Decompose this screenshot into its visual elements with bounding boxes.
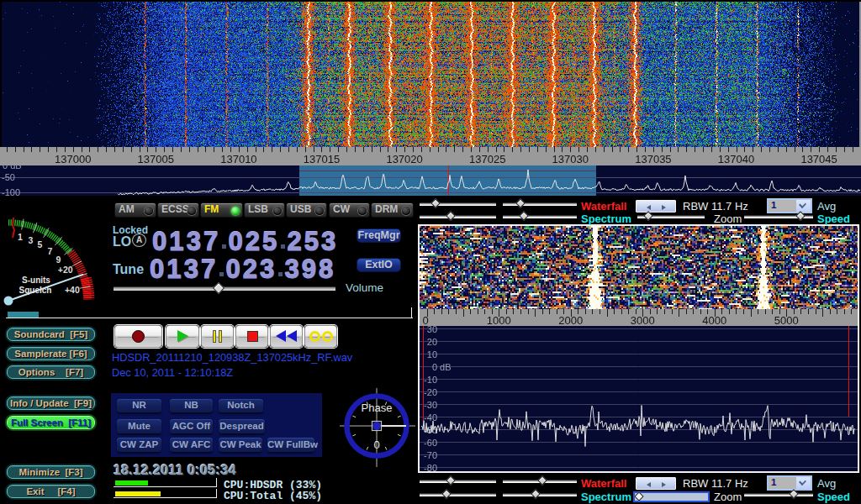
- svg-text:0: 0: [373, 438, 379, 451]
- svg-text:5: 5: [37, 239, 42, 249]
- svg-text:9: 9: [56, 255, 61, 265]
- svg-text:Squelch: Squelch: [19, 286, 52, 295]
- svg-text:1: 1: [18, 232, 23, 242]
- svg-text:+40: +40: [65, 285, 80, 295]
- svg-text:Phase: Phase: [362, 402, 393, 414]
- svg-text:S-units: S-units: [22, 276, 50, 285]
- svg-text:7: 7: [48, 246, 53, 256]
- svg-text:+20: +20: [58, 265, 73, 275]
- svg-text:3: 3: [28, 235, 33, 245]
